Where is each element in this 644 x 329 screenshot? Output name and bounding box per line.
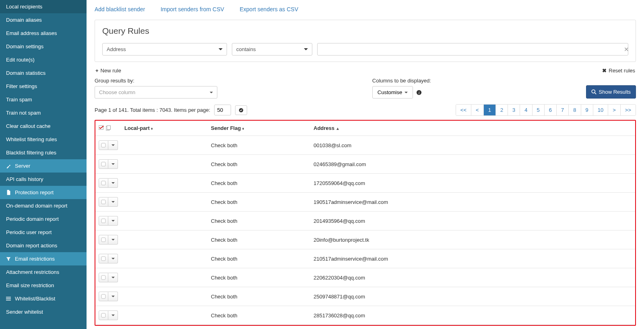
sidebar-item-label: Clear callout cache (6, 123, 51, 129)
sidebar-item-protection-report[interactable]: Protection report (0, 186, 87, 199)
export-senders-csv-link[interactable]: Export senders as CSV (239, 6, 298, 12)
sidebar-item-label: Whitelist filtering rules (6, 136, 57, 142)
add-blacklist-sender-link[interactable]: Add blacklist sender (95, 6, 145, 12)
sidebar-item-filter-settings[interactable]: Filter settings (0, 80, 87, 93)
select-all-icon[interactable] (99, 125, 104, 131)
customise-columns-button[interactable]: Customise (372, 86, 413, 99)
sidebar-item-label: Periodic user report (6, 229, 52, 235)
row-actions-dropdown[interactable] (108, 178, 118, 188)
sidebar-item-edit-route-s-[interactable]: Edit route(s) (0, 53, 87, 66)
page-10[interactable]: 10 (593, 105, 608, 115)
row-actions-dropdown[interactable] (108, 273, 118, 282)
row-select-checkbox[interactable] (99, 159, 108, 169)
group-by-select[interactable]: Choose column (95, 86, 217, 99)
cell-local-part (121, 230, 208, 249)
columns-label: Columns to be displayed: (372, 78, 431, 84)
sidebar-item-domain-aliases[interactable]: Domain aliases (0, 13, 87, 27)
query-field-select[interactable]: Address (102, 43, 227, 56)
page-<[interactable]: < (471, 105, 483, 115)
file-icon (6, 190, 11, 195)
page-1[interactable]: 1 (483, 105, 495, 115)
clear-query-icon[interactable]: ✕ (621, 46, 632, 53)
sidebar-item-email-restrictions[interactable]: Email restrictions (0, 252, 87, 265)
query-value-input[interactable] (317, 43, 628, 56)
sidebar-item-periodic-user-report[interactable]: Periodic user report (0, 226, 87, 239)
page-5[interactable]: 5 (532, 105, 544, 115)
column-header-address[interactable]: Address▲ (310, 121, 635, 136)
sidebar-item-sender-whitelist[interactable]: Sender whitelist (0, 305, 87, 319)
row-select-checkbox[interactable] (99, 216, 108, 226)
row-select-checkbox[interactable] (99, 235, 108, 245)
sidebar-item-label: Blacklist filtering rules (6, 150, 56, 156)
sidebar-item-label: Attachment restrictions (6, 269, 59, 275)
page-9[interactable]: 9 (581, 105, 593, 115)
sidebar-item-periodic-domain-report[interactable]: Periodic domain report (0, 212, 87, 226)
cell-sender-flag: Check both (208, 193, 310, 212)
search-icon (591, 89, 597, 95)
page-4[interactable]: 4 (520, 105, 532, 115)
sidebar-item-on-demand-domain-report[interactable]: On-demand domain report (0, 199, 87, 212)
sidebar-item-domain-settings[interactable]: Domain settings (0, 40, 87, 53)
sidebar-item-clear-callout-cache[interactable]: Clear callout cache (0, 119, 87, 133)
column-header-sender-flag[interactable]: Sender Flag♦ (208, 121, 310, 136)
show-results-button[interactable]: Show Results (586, 85, 636, 99)
main-content: Add blacklist sender Import senders from… (87, 0, 644, 329)
page->[interactable]: > (608, 105, 620, 115)
caret-down-icon (111, 201, 115, 203)
page->>[interactable]: >> (620, 105, 636, 115)
svg-rect-17 (101, 257, 105, 261)
caret-down-icon (111, 220, 115, 222)
row-actions-dropdown[interactable] (108, 254, 118, 263)
apply-items-per-page-button[interactable] (235, 105, 247, 115)
row-actions-dropdown[interactable] (108, 310, 118, 320)
row-select-checkbox[interactable] (99, 197, 108, 207)
row-actions-dropdown[interactable] (108, 292, 118, 301)
sidebar-item-local-recipients[interactable]: Local recipients (0, 0, 87, 13)
row-select-checkbox[interactable] (99, 310, 108, 320)
reset-rules-button[interactable]: ✖ Reset rules (602, 68, 635, 74)
row-select-checkbox[interactable] (99, 140, 108, 150)
sidebar-item-email-address-aliases[interactable]: Email address aliases (0, 27, 87, 40)
sidebar-item-api-calls-history[interactable]: API calls history (0, 173, 87, 186)
sidebar-item-whitelist-blacklist[interactable]: Whitelist/Blacklist (0, 292, 87, 305)
sidebar-item-label: Email address aliases (6, 30, 57, 36)
row-actions-dropdown[interactable] (108, 216, 118, 226)
column-header-local-part[interactable]: Local-part♦ (121, 121, 208, 136)
row-select-checkbox[interactable] (99, 273, 108, 282)
caret-down-icon (111, 239, 115, 241)
page-2[interactable]: 2 (495, 105, 508, 115)
sidebar-item-label: Train not spam (6, 110, 41, 116)
table-row: Check both2851736028@qq.com (95, 306, 635, 325)
sidebar-item-server[interactable]: Server (0, 159, 87, 173)
new-rule-button[interactable]: + New rule (95, 68, 121, 74)
page-<<[interactable]: << (456, 105, 471, 115)
sidebar-item-domain-report-actions[interactable]: Domain report actions (0, 239, 87, 252)
row-actions-dropdown[interactable] (108, 140, 118, 150)
wrench-icon (6, 164, 11, 169)
page-8[interactable]: 8 (568, 105, 580, 115)
row-select-checkbox[interactable] (99, 292, 108, 301)
row-select-checkbox[interactable] (99, 178, 108, 188)
row-actions-dropdown[interactable] (108, 159, 118, 169)
query-operator-select[interactable]: contains (232, 43, 312, 56)
sidebar-item-whitelist-filtering-rules[interactable]: Whitelist filtering rules (0, 133, 87, 146)
info-icon[interactable]: i (416, 90, 422, 95)
sidebar-item-train-not-spam[interactable]: Train not spam (0, 106, 87, 119)
sidebar-item-blacklist-filtering-rules[interactable]: Blacklist filtering rules (0, 146, 87, 159)
copy-icon[interactable] (106, 125, 111, 131)
row-actions-dropdown[interactable] (108, 197, 118, 207)
sidebar: Local recipientsDomain aliasesEmail addr… (0, 0, 87, 329)
sidebar-item-email-size-restriction[interactable]: Email size restriction (0, 279, 87, 292)
sidebar-item-train-spam[interactable]: Train spam (0, 93, 87, 106)
row-select-checkbox[interactable] (99, 254, 108, 263)
row-actions-dropdown[interactable] (108, 235, 118, 245)
sidebar-item-domain-statistics[interactable]: Domain statistics (0, 66, 87, 80)
items-per-page-input[interactable] (214, 105, 231, 115)
import-senders-csv-link[interactable]: Import senders from CSV (161, 6, 224, 12)
page-7[interactable]: 7 (556, 105, 568, 115)
svg-rect-20 (101, 313, 105, 317)
sidebar-item-attachment-restrictions[interactable]: Attachment restrictions (0, 265, 87, 279)
page-3[interactable]: 3 (508, 105, 520, 115)
table-row: Check both2014935964@qq.com (95, 212, 635, 230)
page-6[interactable]: 6 (544, 105, 556, 115)
